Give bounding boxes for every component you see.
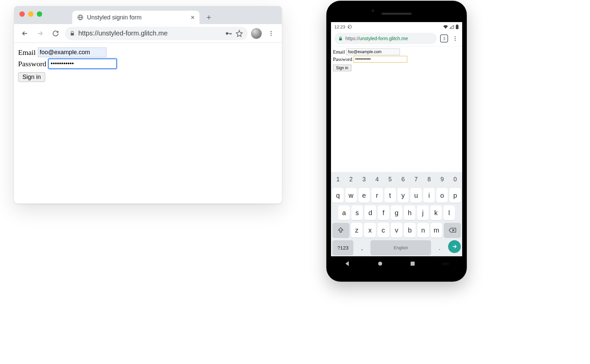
key-e[interactable]: e	[358, 188, 370, 203]
key-4[interactable]: 4	[371, 173, 383, 185]
key-3[interactable]: 3	[358, 173, 370, 185]
tab-switcher-button[interactable]: 3	[440, 34, 448, 42]
reload-button[interactable]	[50, 27, 62, 39]
key-u[interactable]: u	[410, 188, 422, 203]
key-y[interactable]: y	[398, 188, 409, 203]
url-text: https://unstyled-form.glitch.me	[78, 29, 222, 37]
key-0[interactable]: 0	[449, 173, 461, 185]
svg-rect-11	[456, 24, 457, 25]
backspace-key[interactable]	[444, 223, 461, 238]
key-r[interactable]: r	[371, 188, 383, 203]
key-z[interactable]: z	[351, 223, 363, 238]
key-d[interactable]: d	[364, 205, 376, 220]
key-f[interactable]: f	[378, 205, 389, 220]
fullscreen-window-button[interactable]	[37, 11, 42, 17]
status-time: 12:23	[334, 24, 345, 29]
back-button[interactable]	[19, 27, 31, 39]
symbols-key[interactable]: ?123	[332, 240, 353, 255]
key-icon[interactable]	[225, 30, 232, 37]
key-x[interactable]: x	[364, 223, 376, 238]
svg-point-8	[270, 35, 271, 36]
android-nav-bar: :::::	[331, 256, 462, 271]
key-9[interactable]: 9	[436, 173, 448, 185]
lock-icon	[338, 36, 343, 41]
keyboard-row-3: zxcvbnm	[331, 221, 462, 239]
close-tab-button[interactable]: ✕	[190, 14, 195, 21]
forward-button[interactable]	[34, 27, 46, 39]
enter-key[interactable]	[448, 240, 461, 253]
close-window-button[interactable]	[19, 11, 25, 17]
key-i[interactable]: i	[423, 188, 435, 203]
key-o[interactable]: o	[436, 188, 448, 203]
profile-avatar[interactable]	[251, 28, 262, 39]
mobile-menu-button[interactable]	[451, 35, 459, 41]
mobile-page-content: Email Password Sign in	[331, 46, 462, 172]
svg-rect-10	[456, 25, 458, 29]
svg-rect-16	[411, 262, 415, 266]
mobile-toolbar: https://unstyled-form.glitch.me 3	[331, 31, 462, 46]
key-n[interactable]: n	[417, 223, 429, 238]
key-8[interactable]: 8	[423, 173, 435, 185]
mobile-address-bar[interactable]: https://unstyled-form.glitch.me	[334, 33, 437, 44]
new-tab-button[interactable]: +	[203, 11, 215, 23]
svg-rect-5	[231, 33, 232, 34]
svg-rect-4	[230, 33, 231, 35]
email-field[interactable]	[38, 48, 106, 57]
mobile-email-field[interactable]	[346, 49, 400, 55]
star-icon[interactable]	[236, 30, 243, 37]
key-1[interactable]: 1	[332, 173, 344, 185]
status-bar: 12:23	[331, 22, 462, 31]
key-5[interactable]: 5	[385, 173, 396, 185]
key-q[interactable]: q	[332, 188, 344, 203]
key-w[interactable]: w	[345, 188, 357, 203]
nav-keyboard-toggle[interactable]: :::::	[442, 262, 449, 266]
sign-in-button[interactable]: Sign in	[18, 72, 45, 82]
mobile-email-label: Email	[333, 49, 345, 55]
desktop-browser-window: Unstyled signin form ✕ + https://unstyle…	[14, 6, 282, 203]
key-t[interactable]: t	[385, 188, 396, 203]
keyboard-bottom-row: ?123 , English .	[331, 239, 462, 256]
nav-recents-button[interactable]	[410, 261, 416, 267]
browser-tab[interactable]: Unstyled signin form ✕	[72, 11, 199, 24]
keyboard-number-row: 1234567890	[331, 172, 462, 187]
key-v[interactable]: v	[391, 223, 403, 238]
shift-key[interactable]	[332, 223, 349, 238]
svg-point-14	[455, 40, 456, 41]
mobile-sign-in-button[interactable]: Sign in	[333, 65, 351, 71]
key-b[interactable]: b	[404, 223, 416, 238]
nav-home-button[interactable]	[377, 261, 383, 267]
page-content: Email Password Sign in	[14, 43, 282, 87]
key-k[interactable]: k	[430, 205, 442, 220]
spacebar-key[interactable]: English	[370, 240, 431, 255]
key-s[interactable]: s	[351, 205, 363, 220]
password-field[interactable]	[48, 59, 117, 69]
key-7[interactable]: 7	[410, 173, 422, 185]
address-bar[interactable]: https://unstyled-form.glitch.me	[65, 27, 248, 40]
phone-earpiece	[331, 5, 462, 22]
svg-point-9	[348, 25, 351, 29]
key-l[interactable]: l	[443, 205, 455, 220]
period-key[interactable]: .	[433, 240, 446, 255]
key-6[interactable]: 6	[398, 173, 409, 185]
svg-rect-3	[228, 33, 231, 34]
window-controls	[19, 11, 42, 17]
keyboard-row-1: qwertyuiop	[331, 187, 462, 204]
browser-menu-button[interactable]	[265, 27, 277, 39]
comma-key[interactable]: ,	[355, 240, 369, 255]
key-g[interactable]: g	[391, 205, 402, 220]
key-j[interactable]: j	[417, 205, 428, 220]
phone-screen: 12:23 ht	[331, 22, 462, 256]
nav-back-button[interactable]	[344, 260, 351, 267]
key-p[interactable]: p	[449, 188, 461, 203]
key-m[interactable]: m	[431, 223, 442, 238]
lock-icon	[70, 31, 75, 36]
key-h[interactable]: h	[404, 205, 415, 220]
key-c[interactable]: c	[377, 223, 389, 238]
key-a[interactable]: a	[338, 205, 350, 220]
svg-point-2	[226, 32, 228, 34]
speaker-grill-icon	[382, 13, 412, 15]
mobile-password-field[interactable]	[354, 56, 407, 63]
key-2[interactable]: 2	[345, 173, 357, 185]
minimize-window-button[interactable]	[28, 11, 33, 17]
browser-toolbar: https://unstyled-form.glitch.me	[14, 24, 282, 43]
